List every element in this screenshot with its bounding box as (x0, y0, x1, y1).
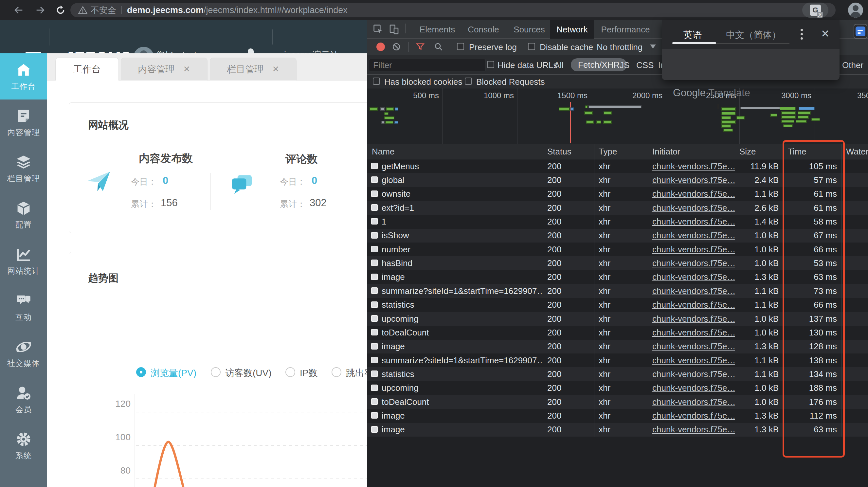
table-row[interactable]: summarize?siteId=1&startTime=1629907…200… (367, 284, 868, 298)
table-row[interactable]: image200xhrchunk-vendors.f75e…1.3 kB112 … (367, 409, 868, 423)
initiator-link[interactable]: chunk-vendors.f75e… (652, 397, 735, 407)
table-row[interactable]: ext?id=1200xhrchunk-vendors.f75e…2.6 kB6… (367, 201, 868, 215)
sidebar-item-members[interactable]: 会员 (0, 376, 47, 423)
blocked-cookies-label[interactable]: Has blocked cookies (384, 77, 462, 87)
reload-icon[interactable] (53, 3, 68, 18)
table-row[interactable]: toDealCount200xhrchunk-vendors.f75e…1.0 … (367, 395, 868, 409)
filter-other[interactable]: Other (842, 60, 863, 70)
table-row[interactable]: isShow200xhrchunk-vendors.f75e…1.0 kB67 … (367, 229, 868, 243)
column-header-name[interactable]: Name (367, 144, 542, 159)
filter-funnel-icon[interactable] (416, 42, 425, 51)
sidebar-item-config[interactable]: 配置 (0, 192, 47, 238)
column-header-status[interactable]: Status (542, 144, 594, 159)
trend-radio-2[interactable] (285, 367, 295, 377)
initiator-link[interactable]: chunk-vendors.f75e… (652, 300, 735, 310)
translate-tab-source[interactable]: 英语 (683, 29, 702, 41)
initiator-link[interactable]: chunk-vendors.f75e… (652, 383, 735, 393)
column-header-size[interactable]: Size (735, 144, 783, 159)
address-bar[interactable]: 不安全 demo.jeecms.com/jeecms/index.html#/w… (70, 3, 836, 17)
devtools-tab-performance[interactable]: Performance (598, 20, 653, 39)
table-row[interactable]: ownsite200xhrchunk-vendors.f75e…1.1 kB61… (367, 187, 868, 201)
initiator-link[interactable]: chunk-vendors.f75e… (652, 369, 735, 379)
preserve-log-label[interactable]: Preserve log (469, 42, 517, 52)
trend-radio-label[interactable]: 浏览量(PV) (151, 367, 196, 379)
tab-workplace[interactable]: 工作台 (55, 58, 119, 81)
initiator-link[interactable]: chunk-vendors.f75e… (652, 244, 735, 255)
tab-content[interactable]: 内容管理✕ (121, 58, 208, 81)
devtools-tab-console[interactable]: Console (461, 20, 506, 39)
table-row[interactable]: getMenus200xhrchunk-vendors.f75e…11.9 kB… (367, 159, 868, 173)
sidebar-item-support[interactable] (0, 469, 47, 487)
devtools-tab-elements[interactable]: Elements (413, 20, 461, 39)
translate-tab-target[interactable]: 中文（简体） (726, 29, 781, 41)
translate-button[interactable]: G (802, 3, 828, 18)
initiator-link[interactable]: chunk-vendors.f75e… (652, 356, 735, 366)
table-row[interactable]: 1200xhrchunk-vendors.f75e…1.4 kB58 ms (367, 215, 868, 229)
sidebar-item-content[interactable]: 内容管理 (0, 99, 47, 146)
record-icon[interactable] (376, 42, 385, 51)
sidebar-item-workplace[interactable]: 工作台 (0, 53, 47, 99)
trend-radio-0[interactable] (136, 367, 146, 377)
clear-icon[interactable] (392, 42, 401, 51)
initiator-link[interactable]: chunk-vendors.f75e… (652, 411, 735, 421)
inspect-element-icon[interactable] (373, 24, 383, 35)
extension-chat-icon[interactable] (854, 24, 867, 39)
sidebar-item-interaction[interactable]: 互动 (0, 284, 47, 330)
browser-profile-avatar[interactable] (848, 3, 863, 18)
table-row[interactable]: number200xhrchunk-vendors.f75e…1.0 kB66 … (367, 243, 868, 256)
table-row[interactable]: statistics200xhrchunk-vendors.f75e…1.1 k… (367, 367, 868, 381)
disable-cache-checkbox[interactable] (528, 43, 535, 50)
initiator-link[interactable]: chunk-vendors.f75e… (652, 217, 735, 227)
trend-radio-label[interactable]: 访客数(UV) (225, 367, 272, 379)
table-row[interactable]: image200xhrchunk-vendors.f75e…1.3 kB63 m… (367, 270, 868, 284)
column-header-waterfall[interactable]: Waterfall (841, 144, 868, 159)
initiator-link[interactable]: chunk-vendors.f75e… (652, 286, 735, 296)
table-row[interactable]: upcoming200xhrchunk-vendors.f75e…1.0 kB1… (367, 312, 868, 326)
preserve-log-checkbox[interactable] (457, 43, 464, 50)
hide-data-urls-label[interactable]: Hide data URLs (497, 60, 558, 70)
trend-radio-3[interactable] (332, 367, 341, 377)
table-row[interactable]: statistics200xhrchunk-vendors.f75e…1.1 k… (367, 298, 868, 312)
blocked-requests-label[interactable]: Blocked Requests (476, 77, 545, 87)
device-toolbar-icon[interactable] (389, 24, 399, 35)
initiator-link[interactable]: chunk-vendors.f75e… (652, 203, 735, 213)
search-icon[interactable] (434, 42, 443, 51)
initiator-link[interactable]: chunk-vendors.f75e… (652, 258, 735, 268)
tab-close-icon[interactable]: ✕ (183, 64, 190, 74)
sidebar-item-social[interactable]: 社交媒体 (0, 330, 47, 376)
table-row[interactable]: upcoming200xhrchunk-vendors.f75e…1.0 kB1… (367, 381, 868, 395)
throttling-select[interactable]: No throttling (597, 42, 643, 52)
initiator-link[interactable]: chunk-vendors.f75e… (652, 189, 735, 199)
sidebar-item-columns[interactable]: 栏目管理 (0, 146, 47, 192)
filter-js[interactable]: JS (620, 60, 629, 70)
initiator-link[interactable]: chunk-vendors.f75e… (652, 341, 735, 352)
filter-css[interactable]: CSS (636, 60, 654, 70)
devtools-tab-sources[interactable]: Sources (507, 20, 552, 39)
forward-icon[interactable] (33, 3, 48, 18)
close-icon[interactable]: ✕ (821, 28, 830, 40)
dropdown-caret-icon[interactable] (650, 44, 656, 49)
tab-close-icon[interactable]: ✕ (272, 64, 280, 74)
table-row[interactable]: toDealCount200xhrchunk-vendors.f75e…1.0 … (367, 326, 868, 339)
table-row[interactable]: summarize?siteId=1&startTime=1629907…200… (367, 354, 868, 367)
tab-columns[interactable]: 栏目管理✕ (210, 58, 297, 81)
column-header-initiator[interactable]: Initiator (648, 144, 735, 159)
back-icon[interactable] (11, 3, 26, 18)
initiator-link[interactable]: chunk-vendors.f75e… (652, 314, 735, 324)
table-row[interactable]: image200xhrchunk-vendors.f75e…1.3 kB63 m… (367, 423, 868, 436)
initiator-link[interactable]: chunk-vendors.f75e… (652, 161, 735, 172)
initiator-link[interactable]: chunk-vendors.f75e… (652, 175, 735, 185)
initiator-link[interactable]: chunk-vendors.f75e… (652, 328, 735, 338)
kebab-menu-icon[interactable] (799, 27, 804, 41)
table-row[interactable]: hasBind200xhrchunk-vendors.f75e…1.0 kB53… (367, 256, 868, 270)
initiator-link[interactable]: chunk-vendors.f75e… (652, 425, 735, 435)
table-row[interactable]: global200xhrchunk-vendors.f75e…2.4 kB57 … (367, 173, 868, 187)
blocked-requests-checkbox[interactable] (465, 78, 472, 85)
initiator-link[interactable]: chunk-vendors.f75e… (652, 231, 735, 241)
trend-radio-label[interactable]: IP数 (300, 367, 317, 379)
initiator-link[interactable]: chunk-vendors.f75e… (652, 272, 735, 282)
hide-data-urls-checkbox[interactable] (487, 61, 494, 68)
devtools-tab-network[interactable]: Network (550, 20, 594, 39)
filter-fetchxhr[interactable]: Fetch/XHR (571, 58, 627, 71)
sidebar-item-statistics[interactable]: 网站统计 (0, 238, 47, 284)
